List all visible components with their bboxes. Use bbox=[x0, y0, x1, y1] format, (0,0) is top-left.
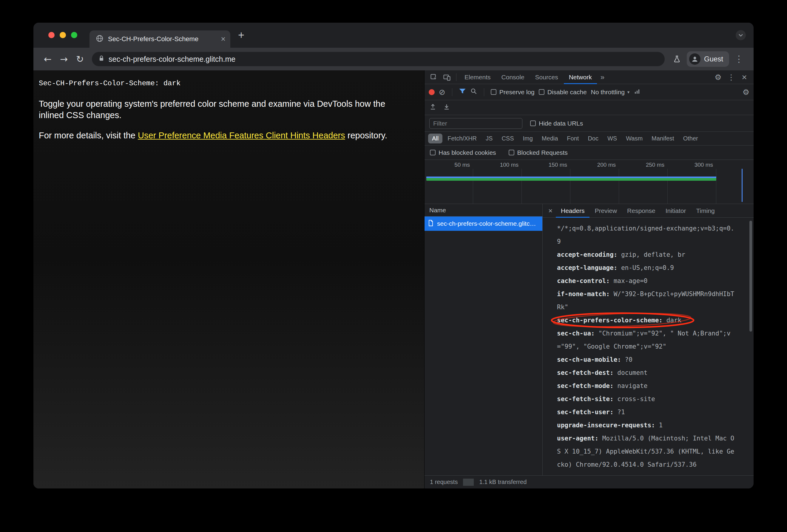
header-value: */*;q=0.8,application/signed-exchange;v=… bbox=[557, 225, 734, 245]
timeline-tick-label: 150 ms bbox=[525, 162, 567, 168]
inspect-element-icon[interactable] bbox=[427, 71, 440, 83]
browser-tab[interactable]: Sec-CH-Prefers-Color-Scheme × bbox=[89, 30, 230, 48]
page-paragraph-1: Toggle your operating system's preferred… bbox=[39, 98, 412, 121]
filter-chip-wasm[interactable]: Wasm bbox=[622, 134, 646, 143]
network-settings-gear-icon[interactable]: ⚙ bbox=[743, 88, 749, 96]
checkbox-box bbox=[430, 150, 435, 155]
export-har-icon[interactable] bbox=[429, 103, 437, 112]
forward-button[interactable]: → bbox=[57, 52, 70, 66]
timeline-tick-label: 250 ms bbox=[622, 162, 664, 168]
filter-chip-css[interactable]: CSS bbox=[497, 134, 517, 143]
more-tabs-chevron-icon[interactable]: » bbox=[598, 73, 608, 82]
requests-name-column-header[interactable]: Name bbox=[425, 204, 543, 217]
back-button[interactable]: ← bbox=[41, 52, 54, 66]
repository-link[interactable]: User Preference Media Features Client Hi… bbox=[138, 131, 345, 140]
filter-chip-all[interactable]: All bbox=[428, 134, 442, 143]
has-blocked-cookies-checkbox[interactable]: Has blocked cookies bbox=[430, 149, 496, 156]
zoom-window-button[interactable] bbox=[71, 32, 77, 38]
blocked-requests-checkbox[interactable]: Blocked Requests bbox=[509, 149, 568, 156]
filter-chip-js[interactable]: JS bbox=[482, 134, 496, 143]
network-filter-chips: AllFetch/XHRJSCSSImgMediaFontDocWSWasmMa… bbox=[425, 132, 753, 146]
header-value: document bbox=[617, 369, 647, 376]
tab-preview[interactable]: Preview bbox=[590, 204, 622, 218]
clear-network-log-icon[interactable]: ⊘ bbox=[439, 88, 445, 96]
throttling-select[interactable]: No throttling ▾ bbox=[591, 89, 630, 96]
header-value: gzip, deflate, br bbox=[621, 251, 685, 258]
tab-response[interactable]: Response bbox=[622, 204, 660, 218]
divider bbox=[484, 88, 484, 96]
transferred-size: 1.1 kB transferred bbox=[474, 479, 532, 486]
timeline-gridline bbox=[667, 169, 668, 204]
filter-chip-font[interactable]: Font bbox=[563, 134, 583, 143]
timeline-tick-label: 50 ms bbox=[427, 162, 470, 168]
url-bar[interactable]: sec-ch-prefers-color-scheme.glitch.me bbox=[92, 52, 665, 66]
request-header-sec-fetch-user: sec-fetch-user: ?1 bbox=[557, 405, 736, 419]
close-window-button[interactable] bbox=[48, 32, 55, 38]
tab-network[interactable]: Network bbox=[564, 70, 597, 84]
close-request-details-icon[interactable]: × bbox=[545, 204, 556, 218]
devtools-close-icon[interactable]: × bbox=[738, 71, 751, 83]
tab-search-button[interactable] bbox=[736, 30, 746, 40]
import-har-icon[interactable] bbox=[443, 103, 450, 112]
minimize-window-button[interactable] bbox=[60, 32, 66, 38]
header-value: navigate bbox=[617, 382, 647, 390]
chevron-down-icon: ▾ bbox=[628, 89, 630, 95]
request-header-user-agent: user-agent: Mozilla/5.0 (Macintosh; Inte… bbox=[557, 432, 736, 471]
filter-chip-other[interactable]: Other bbox=[679, 134, 702, 143]
search-icon[interactable] bbox=[470, 88, 477, 96]
tab-console[interactable]: Console bbox=[496, 70, 530, 84]
desktop-background: Sec-CH-Prefers-Color-Scheme × + ← → ↻ se… bbox=[0, 0, 787, 532]
hide-data-urls-checkbox[interactable]: Hide data URLs bbox=[530, 120, 583, 127]
devtools-menu-kebab-icon[interactable]: ⋮ bbox=[725, 71, 738, 83]
tab-timing[interactable]: Timing bbox=[691, 204, 720, 218]
network-main: Name sec-ch-prefers-color-scheme.glitch.… bbox=[425, 204, 753, 475]
window-content: Sec-CH-Prefers-Color-Scheme: dark Toggle… bbox=[34, 70, 753, 488]
paragraph-text: For more details, visit the bbox=[39, 131, 138, 140]
details-scrollbar[interactable] bbox=[749, 221, 752, 332]
globe-favicon-icon bbox=[95, 34, 104, 44]
network-conditions-icon[interactable] bbox=[634, 88, 641, 96]
header-value: dark bbox=[666, 317, 682, 324]
profile-button[interactable]: Guest bbox=[687, 51, 729, 67]
request-header-sec-fetch-mode: sec-fetch-mode: navigate bbox=[557, 379, 736, 393]
preserve-log-checkbox[interactable]: Preserve log bbox=[491, 89, 535, 96]
browser-menu-kebab-icon[interactable]: ⋮ bbox=[732, 52, 746, 66]
request-header-partial: */*;q=0.8,application/signed-exchange;v=… bbox=[557, 222, 736, 248]
record-network-log-icon[interactable] bbox=[429, 89, 435, 95]
filter-placeholder: Filter bbox=[433, 120, 447, 127]
request-header-cache-control: cache-control: max-age=0 bbox=[557, 274, 736, 287]
filter-chip-fetch-xhr[interactable]: Fetch/XHR bbox=[444, 134, 481, 143]
divider bbox=[452, 88, 452, 96]
chrome-labs-beaker-icon[interactable] bbox=[670, 52, 684, 66]
network-filter-input[interactable]: Filter bbox=[429, 118, 523, 129]
request-row[interactable]: sec-ch-prefers-color-scheme.glitch.me bbox=[425, 217, 543, 231]
tab-close-icon[interactable]: × bbox=[221, 35, 226, 43]
filter-chip-media[interactable]: Media bbox=[538, 134, 562, 143]
request-header-sec-ch-ua: sec-ch-ua: "Chromium";v="92", " Not A;Br… bbox=[557, 327, 736, 353]
filter-chip-doc[interactable]: Doc bbox=[584, 134, 602, 143]
devtools-settings-gear-icon[interactable]: ⚙ bbox=[712, 71, 724, 83]
divider bbox=[456, 73, 456, 81]
new-tab-button[interactable]: + bbox=[238, 29, 244, 41]
filter-chip-manifest[interactable]: Manifest bbox=[648, 134, 678, 143]
filter-chip-ws[interactable]: WS bbox=[603, 134, 621, 143]
timeline-gridline bbox=[716, 169, 716, 204]
tab-headers[interactable]: Headers bbox=[556, 204, 590, 218]
filter-chip-img[interactable]: Img bbox=[519, 134, 537, 143]
devtools-tabbar: Elements Console Sources Network » ⚙ ⋮ × bbox=[425, 70, 753, 84]
checkbox-label: Preserve log bbox=[499, 89, 535, 96]
color-scheme-readout: Sec-CH-Prefers-Color-Scheme: dark bbox=[39, 79, 412, 87]
tab-initiator[interactable]: Initiator bbox=[660, 204, 691, 218]
checkbox-label: Has blocked cookies bbox=[439, 149, 496, 156]
filter-funnel-icon[interactable] bbox=[459, 88, 466, 96]
device-toolbar-icon[interactable] bbox=[441, 71, 453, 83]
header-name: sec-fetch-mode: bbox=[557, 382, 617, 390]
network-overview[interactable]: 50 ms100 ms150 ms200 ms250 ms300 ms bbox=[425, 160, 753, 204]
requests-pane: Name sec-ch-prefers-color-scheme.glitch.… bbox=[425, 204, 543, 475]
avatar bbox=[689, 53, 701, 65]
tab-elements[interactable]: Elements bbox=[460, 70, 496, 84]
reload-button[interactable]: ↻ bbox=[73, 52, 86, 66]
disable-cache-checkbox[interactable]: Disable cache bbox=[539, 89, 587, 96]
page-content: Sec-CH-Prefers-Color-Scheme: dark Toggle… bbox=[34, 70, 424, 488]
tab-sources[interactable]: Sources bbox=[530, 70, 563, 84]
